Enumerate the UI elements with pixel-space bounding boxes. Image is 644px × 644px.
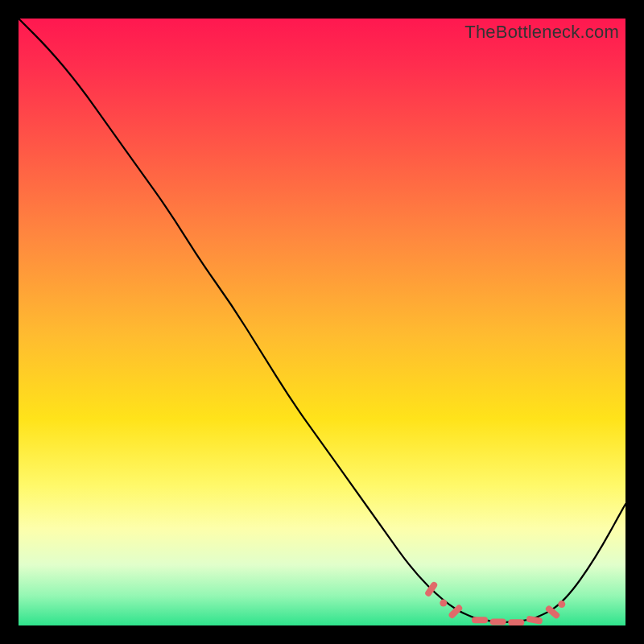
- curve-marker-dot: [558, 601, 565, 608]
- curve-marker-pill: [490, 619, 506, 625]
- curve-svg: [19, 19, 625, 625]
- plot-area: TheBottleneck.com: [19, 19, 625, 625]
- curve-marker-pill: [472, 617, 488, 623]
- chart-frame: TheBottleneck.com: [0, 0, 644, 644]
- curve-markers: [424, 580, 566, 625]
- curve-marker-dot: [440, 600, 447, 607]
- bottleneck-curve: [19, 19, 625, 622]
- curve-marker-pill: [526, 616, 543, 625]
- curve-marker-pill: [508, 619, 524, 625]
